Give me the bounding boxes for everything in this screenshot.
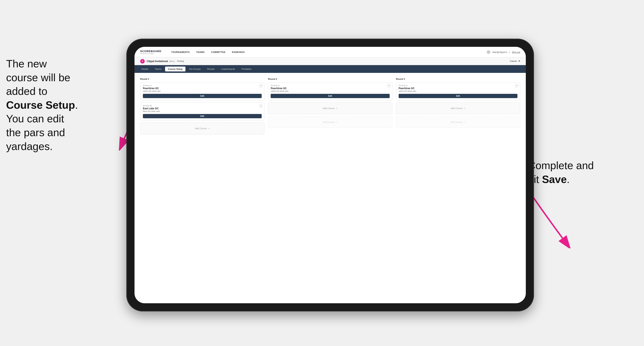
annotation-right-bold: Save [542, 173, 566, 185]
round-3-column: Round 3 ✕ (Course A) Peachtree GC Yellow… [396, 78, 520, 298]
brand-sub: Powered by clippd [140, 53, 162, 54]
annotation-bold: Course Setup [6, 99, 75, 111]
annotation-line7: yardages. [6, 141, 52, 152]
sub-header: C Clippd Invitational (Men) Hosting Canc… [134, 57, 526, 65]
round-2-add-course-disabled: Add Course + [268, 116, 392, 128]
round-2-course-a-name: Peachtree GC [271, 87, 390, 90]
round-1-header: Round 1 [140, 78, 264, 80]
round-1-course-a-delete[interactable]: ✕ [259, 84, 262, 87]
annotation-line5: You can edit [6, 113, 64, 125]
annotation-right: Complete and hit Save. [528, 159, 626, 186]
tab-printables[interactable]: Printables [239, 67, 254, 71]
round-1-course-a-edit[interactable]: Edit [143, 94, 262, 98]
round-3-course-a-detail: Yellow (M) (6629 yds) [399, 90, 518, 92]
round-2-course-a-edit[interactable]: Edit [271, 94, 390, 98]
rounds-container: Round 1 ✕ (Course A) Peachtree GC Yellow… [140, 78, 520, 298]
round-3-add-course-disabled: Add Course + [396, 116, 520, 128]
tab-course-setup[interactable]: Course Setup [165, 67, 186, 71]
round-3-course-a-label: (Course A) [399, 84, 518, 86]
round-2-course-a-card: ✕ (Course A) Peachtree GC Yellow (M) (66… [268, 82, 392, 100]
round-1-column: Round 1 ✕ (Course A) Peachtree GC Yellow… [140, 78, 264, 298]
round-1-course-b-edit[interactable]: Edit [143, 114, 262, 118]
tablet-shell: SCOREBOARD Powered by clippd TOURNAMENTS… [126, 39, 534, 311]
top-nav: SCOREBOARD Powered by clippd TOURNAMENTS… [134, 47, 526, 57]
round-1-add-course[interactable]: Add Course + [140, 123, 264, 134]
nav-rankings[interactable]: RANKINGS [232, 50, 245, 54]
round-1-course-b-card: ✕ (Course B) East Lake GC Black (M) (689… [140, 102, 264, 121]
tab-bar: Details Teams Course Setup Tee Groups Re… [134, 65, 526, 73]
round-1-course-a-card: ✕ (Course A) Peachtree GC Yellow (M) (66… [140, 82, 264, 100]
nav-teams[interactable]: TEAMS [196, 50, 204, 54]
main-content: Round 1 ✕ (Course A) Peachtree GC Yellow… [134, 73, 526, 303]
nav-tournaments[interactable]: TOURNAMENTS [171, 50, 190, 54]
user-email: blair@clippd.io [492, 51, 507, 53]
hosting-badge: Hosting [177, 60, 184, 62]
round-2-course-a-label: (Course A) [271, 84, 390, 86]
annotation-line1: The new [6, 58, 47, 70]
round-3-add-course[interactable]: Add Course + [396, 102, 520, 114]
annotation-line3: added to [6, 85, 47, 97]
annotation-right-line3: . [567, 173, 570, 185]
tab-tee-groups[interactable]: Tee Groups [186, 67, 204, 71]
separator: | [509, 51, 510, 53]
round-2-course-a-detail: Yellow (M) (6629 yds) [271, 90, 390, 92]
round-1-course-b-label: (Course B) [143, 105, 262, 107]
round-1-course-b-name: East Lake GC [143, 107, 262, 110]
round-3-course-a-edit[interactable]: Edit [399, 94, 518, 98]
round-2-course-a-delete[interactable]: ✕ [387, 84, 390, 87]
round-1-course-b-detail: Black (M) (6891 yds) [143, 110, 262, 112]
round-2-header: Round 2 [268, 78, 392, 80]
round-2-column: Round 2 ✕ (Course A) Peachtree GC Yellow… [268, 78, 392, 298]
cancel-button[interactable]: Cancel ✕ [510, 60, 520, 62]
user-avatar [487, 50, 490, 54]
tab-details[interactable]: Details [138, 67, 151, 71]
round-3-course-a-delete[interactable]: ✕ [515, 84, 518, 87]
round-2-add-course[interactable]: Add Course + [268, 102, 392, 114]
tab-teams[interactable]: Teams [152, 67, 164, 71]
round-3-header: Round 3 [396, 78, 520, 80]
brand-name: SCOREBOARD [140, 50, 162, 53]
tab-leaderboards[interactable]: Leaderboards [218, 67, 238, 71]
round-1-course-b-delete[interactable]: ✕ [259, 104, 262, 107]
tournament-name: Clippd Invitational [147, 60, 168, 63]
round-3-course-a-name: Peachtree GC [399, 87, 518, 90]
nav-right: blair@clippd.io | Sign out [487, 50, 520, 54]
sign-out-link[interactable]: Sign out [512, 51, 520, 53]
annotation-line2: course will be [6, 72, 70, 83]
nav-committee[interactable]: COMMITTEE [211, 50, 226, 54]
round-3-course-a-card: ✕ (Course A) Peachtree GC Yellow (M) (66… [396, 82, 520, 100]
round-1-course-a-detail: Yellow (M) (6629 yds) [143, 90, 262, 92]
round-1-course-a-name: Peachtree GC [143, 87, 262, 90]
round-1-course-a-label: (Course A) [143, 84, 262, 86]
tablet-screen: SCOREBOARD Powered by clippd TOURNAMENTS… [134, 47, 526, 303]
annotation-line6: the pars and [6, 127, 65, 138]
annotation-left: The new course will be added to Course S… [6, 57, 124, 153]
brand: SCOREBOARD Powered by clippd [140, 50, 162, 54]
tournament-logo: C [140, 59, 145, 63]
tournament-gender: (Men) [169, 60, 175, 62]
tab-results[interactable]: Results [204, 67, 218, 71]
annotation-right-line1: Complete and [528, 160, 594, 171]
